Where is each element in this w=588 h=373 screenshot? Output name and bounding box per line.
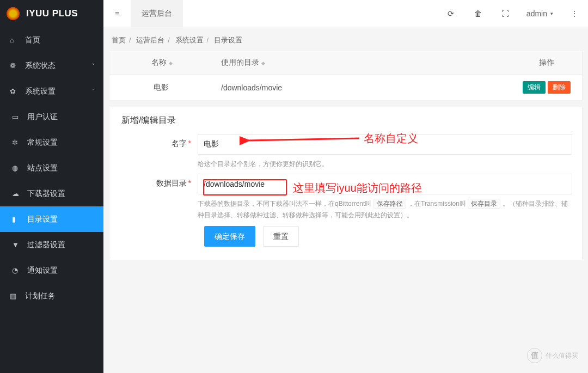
watermark: 值 什么值得买 <box>527 348 578 363</box>
help-name: 给这个目录起个别名，方便你更好的识别它。 <box>198 158 572 169</box>
col-name[interactable]: 名称◆ <box>109 51 213 75</box>
delete-button[interactable]: 删除 <box>548 81 571 94</box>
more-button[interactable]: ⋮ <box>561 0 588 27</box>
nav-label: 过滤器设置 <box>27 240 65 250</box>
crumb-settings[interactable]: 系统设置 <box>175 36 204 44</box>
trash-icon: 🗑 <box>474 9 482 18</box>
cell-actions: 编辑 删除 <box>511 75 582 101</box>
sidebar: IYUU PLUS ⌂ 首页 ❁ 系统状态 ˅ ✿ 系统设置 ˄ ▭ 用户认证 … <box>0 0 103 373</box>
directory-table: 名称◆ 使用的目录◆ 操作 电影 /downloads/movie 编辑 删除 <box>109 51 582 101</box>
breadcrumb: 首页/ 运营后台/ 系统设置/ 目录设置 <box>103 27 588 51</box>
logo-icon <box>5 6 21 21</box>
nav-downloader-settings[interactable]: ☁ 下载器设置 <box>0 181 103 206</box>
logo[interactable]: IYUU PLUS <box>0 0 103 27</box>
nav-label: 通知设置 <box>27 266 58 276</box>
label-name: 名字* <box>121 134 198 169</box>
menu-icon: ≡ <box>115 9 119 18</box>
crumb-home[interactable]: 首页 <box>112 36 126 44</box>
cloud-icon: ☁ <box>12 189 21 198</box>
code-tr: 保存目录 <box>468 199 500 209</box>
tab-admin[interactable]: 运营后台 <box>131 0 183 27</box>
nav-user-auth[interactable]: ▭ 用户认证 <box>0 104 103 130</box>
nav-cron-tasks[interactable]: ▥ 计划任务 <box>0 283 103 309</box>
directory-form: 新增/编辑目录 名字* 给这个目录起个别名，方便你更好的识别它。 数据目录* 下… <box>109 107 583 260</box>
watermark-icon: 值 <box>527 348 542 363</box>
chevron-up-icon: ˄ <box>92 88 95 94</box>
nav-label: 目录设置 <box>27 215 58 224</box>
col-action: 操作 <box>511 51 582 75</box>
nav-directory-settings[interactable]: ▮ 目录设置 <box>0 206 103 232</box>
nav-filter-settings[interactable]: ▼ 过滤器设置 <box>0 232 103 258</box>
chevron-down-icon: ▾ <box>550 11 553 16</box>
nav-label: 系统设置 <box>25 87 56 96</box>
status-icon: ❁ <box>10 62 19 70</box>
nav-system-status[interactable]: ❁ 系统状态 ˅ <box>0 53 103 78</box>
sort-icon: ◆ <box>261 60 264 66</box>
nav-label: 站点设置 <box>27 163 58 173</box>
cell-dir: /downloads/movie <box>213 75 511 101</box>
crumb-directory[interactable]: 目录设置 <box>214 36 242 44</box>
nav-site-settings[interactable]: ◍ 站点设置 <box>0 155 103 181</box>
chevron-down-icon: ˅ <box>92 63 95 69</box>
nav-system-settings[interactable]: ✿ 系统设置 ˄ <box>0 78 103 104</box>
filter-icon: ▼ <box>12 241 21 249</box>
table-row: 电影 /downloads/movie 编辑 删除 <box>109 75 582 101</box>
fullscreen-button[interactable]: ⛶ <box>492 0 519 27</box>
bell-icon: ◔ <box>12 266 21 274</box>
col-dir[interactable]: 使用的目录◆ <box>213 51 511 75</box>
settings-icon: ✿ <box>10 87 19 95</box>
refresh-icon: ⟳ <box>448 9 454 18</box>
nav-general-settings[interactable]: ✲ 常规设置 <box>0 130 103 155</box>
cell-name: 电影 <box>109 75 213 101</box>
app-name: IYUU PLUS <box>26 8 78 19</box>
username: admin <box>526 9 547 18</box>
nav-home[interactable]: ⌂ 首页 <box>0 27 103 53</box>
directory-table-panel: 名称◆ 使用的目录◆ 操作 电影 /downloads/movie 编辑 删除 <box>109 51 583 101</box>
form-title: 新增/编辑目录 <box>119 115 572 126</box>
nav-label: 系统状态 <box>25 61 56 71</box>
sidebar-toggle-button[interactable]: ≡ <box>103 0 131 27</box>
nav-label: 计划任务 <box>25 291 56 301</box>
nav-label: 用户认证 <box>27 112 58 122</box>
clear-button[interactable]: 🗑 <box>464 0 492 27</box>
more-icon: ⋮ <box>571 9 578 18</box>
nav-notification-settings[interactable]: ◔ 通知设置 <box>0 258 103 283</box>
globe-icon: ◍ <box>12 164 21 172</box>
main-content: 首页/ 运营后台/ 系统设置/ 目录设置 名称◆ 使用的目录◆ 操作 电影 /d… <box>103 27 588 373</box>
fullscreen-icon: ⛶ <box>501 9 509 18</box>
crumb-admin[interactable]: 运营后台 <box>136 36 164 44</box>
label-dir: 数据目录* <box>121 174 198 221</box>
card-icon: ▭ <box>12 113 21 121</box>
edit-button[interactable]: 编辑 <box>523 81 546 94</box>
topbar: ≡ 运营后台 ⟳ 🗑 ⛶ admin ▾ ⋮ <box>103 0 588 27</box>
home-icon: ⌂ <box>10 36 19 44</box>
dir-input[interactable] <box>198 174 572 194</box>
nav-label: 首页 <box>25 35 40 45</box>
name-input[interactable] <box>198 134 572 155</box>
user-menu[interactable]: admin ▾ <box>519 0 561 27</box>
nav-label: 常规设置 <box>27 138 58 148</box>
refresh-button[interactable]: ⟳ <box>437 0 464 27</box>
sort-icon: ◆ <box>169 60 171 66</box>
folder-icon: ▮ <box>12 215 21 223</box>
code-qb: 保存路径 <box>373 199 406 209</box>
nav-label: 下载器设置 <box>27 189 65 199</box>
gear-icon: ✲ <box>12 138 21 146</box>
help-dir: 下载器的数据目录，不同下载器叫法不一样，在qBittorrent叫 保存路径 ，… <box>198 198 572 221</box>
calendar-icon: ▥ <box>10 292 19 300</box>
submit-button[interactable]: 确定保存 <box>204 226 255 247</box>
reset-button[interactable]: 重置 <box>263 226 299 247</box>
